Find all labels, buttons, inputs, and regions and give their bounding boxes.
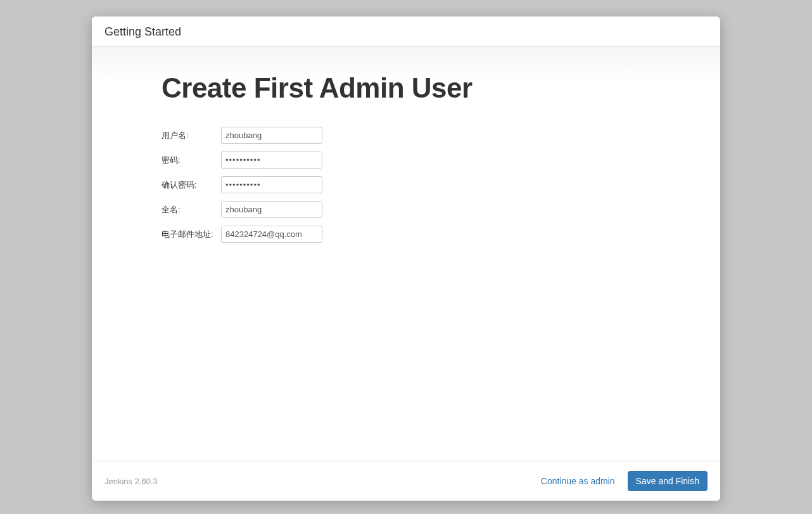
row-fullname: 全名: <box>162 201 322 218</box>
modal-body: Create First Admin User 用户名: 密码: 确认密码: <box>92 47 720 461</box>
page-title: Create First Admin User <box>162 72 650 104</box>
continue-as-admin-button[interactable]: Continue as admin <box>533 471 623 491</box>
label-email: 电子邮件地址: <box>162 226 221 243</box>
save-and-finish-button[interactable]: Save and Finish <box>628 471 707 491</box>
row-username: 用户名: <box>162 127 322 144</box>
fullname-input[interactable] <box>221 201 322 218</box>
label-confirm-password: 确认密码: <box>162 176 221 193</box>
label-username: 用户名: <box>162 127 221 144</box>
label-password: 密码: <box>162 151 221 169</box>
setup-wizard-modal: Getting Started Create First Admin User … <box>92 16 720 501</box>
row-password: 密码: <box>162 151 322 169</box>
version-label: Jenkins 2.60.3 <box>105 477 158 486</box>
label-fullname: 全名: <box>162 201 221 218</box>
modal-title: Getting Started <box>105 25 181 38</box>
row-confirm-password: 确认密码: <box>162 176 322 193</box>
email-input[interactable] <box>221 226 322 243</box>
modal-header: Getting Started <box>92 16 720 47</box>
username-input[interactable] <box>221 127 322 144</box>
password-input[interactable] <box>221 151 322 169</box>
modal-footer: Jenkins 2.60.3 Continue as admin Save an… <box>92 461 720 501</box>
row-email: 电子邮件地址: <box>162 226 322 243</box>
admin-user-form: 用户名: 密码: 确认密码: 全名: <box>162 119 322 250</box>
confirm-password-input[interactable] <box>221 176 322 193</box>
